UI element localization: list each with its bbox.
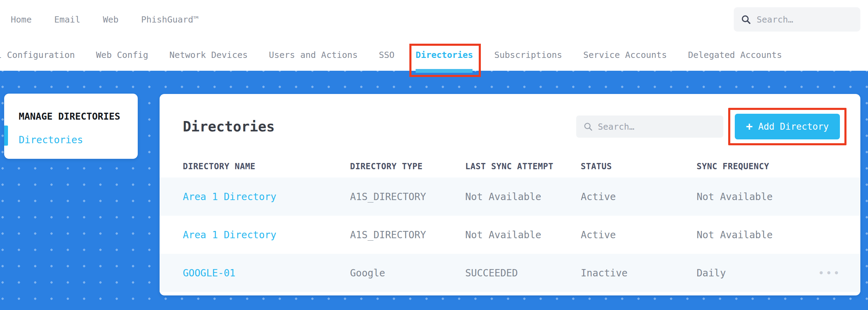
search-icon	[583, 122, 593, 131]
global-search-input[interactable]	[757, 15, 853, 25]
sync-frequency-cell: Not Available	[697, 191, 818, 203]
directories-search-input[interactable]	[598, 122, 716, 132]
col-directory-name: DIRECTORY NAME	[183, 162, 350, 171]
tab-web-config[interactable]: Web Config	[96, 39, 148, 71]
directory-type-cell: Google	[350, 267, 465, 279]
tab-network-devices[interactable]: Network Devices	[169, 39, 248, 71]
search-icon	[741, 14, 751, 25]
plus-icon: +	[746, 121, 752, 132]
manage-directories-card: MANAGE DIRECTORIES Directories	[4, 94, 138, 159]
last-sync-cell: Not Available	[465, 229, 581, 241]
status-cell: Active	[581, 191, 697, 203]
tab-sso[interactable]: SSO	[379, 39, 394, 71]
top-bar: Home Email Web PhishGuard™	[0, 0, 868, 39]
directory-name-link[interactable]: GOOGLE-01	[183, 267, 350, 279]
sidebar-item-directories[interactable]: Directories	[19, 134, 138, 146]
status-cell: Active	[581, 229, 697, 241]
topnav-phishguard[interactable]: PhishGuard™	[141, 15, 199, 25]
add-directory-label: Add Directory	[758, 121, 829, 132]
col-status: STATUS	[581, 162, 697, 171]
table-row: Area 1 Directory A1S_DIRECTORY Not Avail…	[160, 216, 860, 254]
directory-name-link[interactable]: Area 1 Directory	[183, 229, 350, 241]
side-card-title: MANAGE DIRECTORIES	[19, 111, 138, 122]
annotation-box-add-directory: + Add Directory	[728, 108, 846, 145]
active-tab-underline	[416, 69, 473, 73]
col-sync-frequency: SYNC FREQUENCY	[697, 162, 818, 171]
tab-email-configuration[interactable]: l Configuration	[0, 39, 75, 71]
tab-subscriptions[interactable]: Subscriptions	[494, 39, 562, 71]
directory-type-cell: A1S_DIRECTORY	[350, 191, 465, 203]
directories-panel: Directories +	[160, 94, 860, 295]
directories-search[interactable]	[576, 115, 723, 138]
sync-frequency-cell: Daily	[697, 267, 818, 279]
active-item-indicator	[4, 126, 8, 146]
tab-delegated-accounts[interactable]: Delegated Accounts	[688, 39, 782, 71]
col-last-sync-attempt: LAST SYNC ATTEMPT	[465, 162, 581, 171]
page-title: Directories	[183, 119, 275, 135]
directories-table: DIRECTORY NAME DIRECTORY TYPE LAST SYNC …	[183, 155, 846, 292]
table-header-row: DIRECTORY NAME DIRECTORY TYPE LAST SYNC …	[183, 155, 846, 178]
table-body: Area 1 Directory A1S_DIRECTORY Not Avail…	[183, 178, 846, 292]
tab-directories-label: Directories	[416, 50, 473, 60]
table-row: GOOGLE-01 Google SUCCEEDED Inactive Dail…	[160, 254, 860, 292]
status-cell: Inactive	[581, 267, 697, 279]
settings-tab-bar: l Configuration Web Config Network Devic…	[0, 39, 868, 71]
last-sync-cell: Not Available	[465, 191, 581, 203]
tab-service-accounts[interactable]: Service Accounts	[583, 39, 667, 71]
tab-users-and-actions[interactable]: Users and Actions	[269, 39, 358, 71]
app-window: Home Email Web PhishGuard™ l Configurati…	[0, 0, 868, 310]
tab-directories[interactable]: Directories	[416, 39, 473, 71]
directory-name-link[interactable]: Area 1 Directory	[183, 191, 350, 203]
row-actions-icon[interactable]: •••	[818, 267, 841, 279]
global-search[interactable]	[734, 7, 860, 32]
topnav-home[interactable]: Home	[11, 15, 32, 25]
last-sync-cell: SUCCEEDED	[465, 267, 581, 279]
sync-frequency-cell: Not Available	[697, 229, 818, 241]
add-directory-button[interactable]: + Add Directory	[735, 114, 840, 139]
table-row: Area 1 Directory A1S_DIRECTORY Not Avail…	[160, 178, 860, 216]
topnav-web[interactable]: Web	[103, 15, 118, 25]
directory-type-cell: A1S_DIRECTORY	[350, 229, 465, 241]
col-directory-type: DIRECTORY TYPE	[350, 162, 465, 171]
topnav-email[interactable]: Email	[54, 15, 80, 25]
workspace-background: MANAGE DIRECTORIES Directories Directori…	[0, 71, 868, 310]
